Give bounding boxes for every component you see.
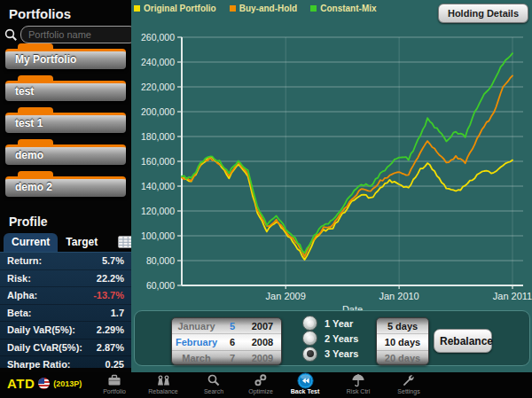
start-date-picker[interactable]: January52007February62008March72009 xyxy=(171,317,282,365)
toolbar-item-label: Settings xyxy=(397,388,419,394)
stat-label: Daily VaR(5%): xyxy=(7,324,75,335)
toolbar-item-back-test[interactable]: Back Test xyxy=(283,373,327,394)
portfolio-item[interactable]: demo 2 xyxy=(5,176,126,197)
portfolio-search-input[interactable] xyxy=(20,26,137,43)
stat-value: 2.29% xyxy=(97,324,124,335)
stat-label: Return: xyxy=(7,255,42,266)
svg-text:80,000: 80,000 xyxy=(146,255,175,266)
radio-selected-dot xyxy=(307,350,314,357)
legend-swatch xyxy=(134,5,140,12)
radio-dot xyxy=(307,320,314,327)
profile-stats-table: Return:5.7%Risk:22.2%Alpha:-13.7%Beta:1.… xyxy=(0,252,131,368)
svg-text:60,000: 60,000 xyxy=(146,280,175,291)
date-picker-cell: February xyxy=(172,337,221,347)
days-picker-cell: 5 days xyxy=(377,321,428,332)
toolbar-item-search[interactable]: Search xyxy=(192,373,236,394)
app-window: Portfolios My Portfoliotesttest 1demodem… xyxy=(0,0,532,398)
days-picker-cell: 10 days xyxy=(377,337,428,347)
period-radio-1-year[interactable]: 1 Year xyxy=(302,316,358,331)
rebalance-button[interactable]: Rebalance xyxy=(434,329,492,353)
stat-row: Return:5.7% xyxy=(0,253,131,270)
portfolio-item-label: My Portfolio xyxy=(5,51,126,68)
portfolio-item[interactable]: test 1 xyxy=(5,113,126,133)
svg-text:220,000: 220,000 xyxy=(141,82,175,92)
tab-target[interactable]: Target xyxy=(58,233,106,252)
rebalance-days-picker[interactable]: 5 days10 days20 days xyxy=(376,317,429,365)
legend-swatch xyxy=(230,5,236,12)
date-picker-row[interactable]: January52007 xyxy=(172,318,281,333)
holding-details-button[interactable]: Holding Details xyxy=(438,4,528,23)
stat-row: Risk:22.2% xyxy=(0,270,131,288)
legend-label: Constant-Mix xyxy=(320,4,376,13)
period-radio-2-years[interactable]: 2 Years xyxy=(302,331,358,346)
radio-icon xyxy=(302,316,317,331)
backtest-controls-panel: January52007February62008March72009 1 Ye… xyxy=(134,310,530,366)
portfolio-item-label: demo xyxy=(5,147,126,164)
toolbar-item-label: Back Test xyxy=(291,388,320,394)
date-picker-cell: 2007 xyxy=(244,321,281,332)
briefcase-icon xyxy=(107,373,121,387)
legend-item: Constant-Mix xyxy=(310,4,376,13)
stat-label: Beta: xyxy=(7,308,32,318)
toolbar-item-optimize[interactable]: Optimize xyxy=(239,373,283,394)
svg-text:Date: Date xyxy=(342,304,363,310)
days-picker-row[interactable]: 5 days xyxy=(377,318,428,333)
legend-item: Original Portfolio xyxy=(134,4,216,13)
toolbar-item-label: Portfolio xyxy=(103,388,126,394)
stat-value: 22.2% xyxy=(97,273,124,284)
portfolio-list: My Portfoliotesttest 1demodemo 2 xyxy=(0,47,131,197)
wrench-icon xyxy=(402,373,416,387)
legend-item: Buy-and-Hold xyxy=(230,4,298,13)
date-picker-cell: 7 xyxy=(221,353,244,363)
toolbar-item-label: Search xyxy=(204,388,223,394)
date-picker-cell: 2009 xyxy=(244,353,281,363)
svg-text:Jan 2011: Jan 2011 xyxy=(493,291,532,301)
radio-dot xyxy=(307,335,314,342)
umbrella-icon xyxy=(351,373,365,387)
stat-label: Risk: xyxy=(7,273,31,284)
period-radio-3-years[interactable]: 3 Years xyxy=(302,347,358,362)
toolbar-item-portfolio[interactable]: Portfolio xyxy=(92,373,137,394)
chart-legend: Original PortfolioBuy-and-HoldConstant-M… xyxy=(134,4,377,13)
toolbar-item-rebalance[interactable]: Rebalance xyxy=(141,373,185,394)
bottom-toolbar: ATD (2013P) PortfolioRebalanceSearchOpti… xyxy=(0,372,532,398)
rewind-icon xyxy=(297,373,314,387)
legend-swatch xyxy=(310,5,317,12)
toolbar-item-risk-ctrl[interactable]: Risk Ctrl xyxy=(336,373,380,394)
date-picker-row[interactable]: March72009 xyxy=(172,351,281,365)
stat-row: Daily VaR(5%):2.29% xyxy=(0,322,131,339)
portfolio-item[interactable]: demo xyxy=(5,144,126,165)
date-picker-cell: 6 xyxy=(221,337,244,347)
portfolio-item[interactable]: test xyxy=(5,81,126,101)
legend-label: Original Portfolio xyxy=(144,4,216,13)
toolbar-item-label: Optimize xyxy=(248,388,273,394)
tab-current[interactable]: Current xyxy=(4,233,58,252)
stat-value: -13.7% xyxy=(93,290,124,300)
logo-suffix: (2013P) xyxy=(53,379,82,388)
svg-text:Jan 2010: Jan 2010 xyxy=(379,291,419,301)
stat-row: Sharpe Ratio:0.25 xyxy=(0,356,131,374)
svg-text:120,000: 120,000 xyxy=(141,206,175,216)
stat-value: 5.7% xyxy=(102,255,124,266)
toolbar-item-label: Rebalance xyxy=(148,388,177,394)
stat-value: 1.7 xyxy=(111,308,124,318)
logo-text: ATD xyxy=(7,376,35,391)
date-picker-cell: 2008 xyxy=(244,337,281,347)
portfolio-item[interactable]: My Portfolio xyxy=(5,49,126,69)
days-picker-row[interactable]: 20 days xyxy=(377,351,428,365)
profile-title: Profile xyxy=(0,215,131,229)
period-radio-group: 1 Year2 Years3 Years xyxy=(302,316,358,362)
backtest-main-area: Original PortfolioBuy-and-HoldConstant-M… xyxy=(131,0,532,372)
portfolios-title: Portfolios xyxy=(0,0,131,24)
portfolio-item-label: test 1 xyxy=(5,115,126,132)
days-picker-cell: 20 days xyxy=(377,353,428,363)
scales-icon xyxy=(156,373,171,387)
stat-value: 2.87% xyxy=(97,342,124,353)
toolbar-item-label: Risk Ctrl xyxy=(347,388,370,394)
toolbar-item-settings[interactable]: Settings xyxy=(387,373,431,394)
svg-text:180,000: 180,000 xyxy=(141,131,175,142)
days-picker-row[interactable]: 10 days xyxy=(377,333,428,350)
date-picker-row[interactable]: February62008 xyxy=(172,333,281,350)
stat-row: Alpha:-13.7% xyxy=(0,287,131,305)
svg-text:Jan 2009: Jan 2009 xyxy=(266,291,306,301)
